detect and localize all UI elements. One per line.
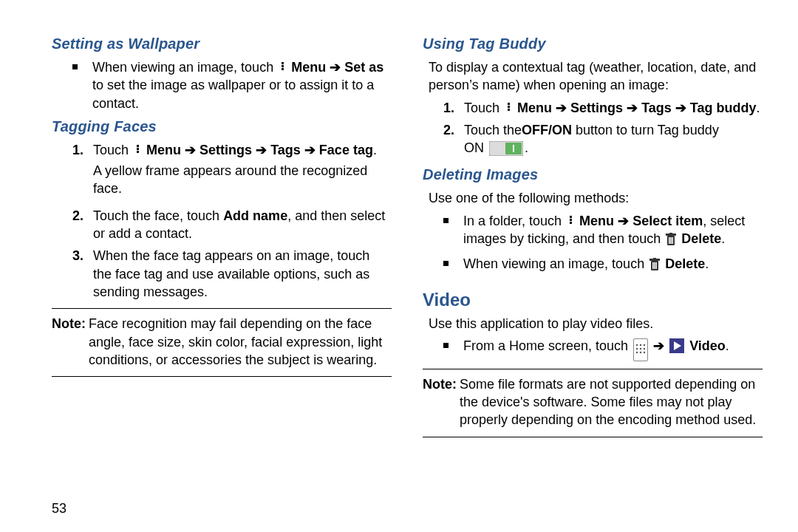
note-face-recognition: Note: Face recognition may fail dependin… [52, 315, 392, 369]
menu-label: Menu [517, 100, 552, 115]
menu-label: Menu [291, 60, 326, 75]
vertical-menu-icon [279, 61, 286, 73]
square-bullet-icon [443, 343, 449, 348]
svg-rect-12 [652, 262, 654, 269]
intro-text: To display a contextual tag (weather, lo… [429, 58, 763, 95]
separator [52, 308, 392, 309]
text: A yellow frame appears around the recogn… [93, 162, 392, 198]
subhead-tag-buddy: Using Tag Buddy [423, 34, 763, 54]
left-column: Setting as Wallpaper When viewing an ima… [52, 30, 392, 443]
settings-label: Settings [570, 100, 623, 115]
svg-point-21 [636, 352, 638, 353]
trash-icon [649, 258, 660, 276]
text: When viewing an image, touch [92, 60, 277, 75]
text: Touch [93, 143, 132, 157]
step-3: 3. When the face tag appears on an image… [72, 247, 392, 301]
text: . [721, 231, 725, 246]
arrow-icon: ➔ [618, 214, 632, 228]
arrow-icon: ➔ [256, 143, 270, 157]
delete-label: Delete [665, 256, 705, 271]
square-bullet-icon [443, 261, 449, 266]
step-text: When the face tag appears on an image, t… [93, 247, 392, 301]
svg-point-15 [636, 344, 638, 346]
face-tag-label: Face tag [319, 143, 373, 157]
separator [423, 369, 763, 369]
text: Touch [464, 100, 503, 115]
arrow-icon: ➔ [185, 143, 200, 157]
bullet-text: In a folder, touch Menu ➔ Select item, s… [463, 212, 763, 251]
svg-point-16 [640, 344, 641, 346]
bullet-text: When viewing an image, touch Delete. [463, 255, 709, 276]
step-1: 1. Touch Menu ➔ Settings ➔ Tags ➔ Face t… [72, 141, 392, 202]
note-body: Face recognition may fail depending on t… [89, 315, 392, 369]
apps-grid-icon [633, 338, 648, 361]
text: In a folder, touch [463, 214, 565, 228]
arrow-icon: ➔ [556, 100, 570, 115]
svg-rect-14 [656, 262, 658, 269]
svg-rect-8 [672, 237, 674, 244]
intro-text: Use one of the following methods: [429, 189, 763, 207]
bullet-video-launch: From a Home screen, touch ➔ Video. [443, 337, 763, 361]
step-text: Touch the face, touch Add name, and then… [93, 207, 392, 243]
tag-buddy-label: Tag buddy [690, 100, 757, 115]
svg-rect-2 [513, 145, 514, 152]
svg-point-22 [640, 352, 641, 353]
arrow-icon: ➔ [653, 338, 668, 353]
video-play-icon [669, 338, 684, 358]
note-label: Note: [423, 375, 457, 393]
step-text: Touch Menu ➔ Settings ➔ Tags ➔ Tag buddy… [464, 99, 760, 117]
svg-rect-5 [669, 233, 672, 234]
bullet-delete-viewing: When viewing an image, touch Delete. [443, 255, 763, 276]
svg-point-18 [636, 348, 638, 349]
vertical-menu-icon [134, 144, 141, 156]
right-column: Using Tag Buddy To display a contextual … [423, 30, 763, 443]
square-bullet-icon [443, 218, 449, 223]
toggle-on-icon [489, 141, 523, 160]
text: From a Home screen, touch [463, 338, 632, 353]
text: button to turn Tag buddy [572, 123, 719, 137]
tags-label: Tags [641, 100, 672, 115]
off-on-label: OFF/ON [522, 123, 572, 137]
step-number: 2. [443, 121, 460, 139]
text: . [525, 140, 528, 155]
separator [52, 376, 392, 377]
text: to set the image as wallpaper or to assi… [92, 78, 374, 110]
intro-text: Use this application to play video files… [429, 315, 763, 332]
add-name-label: Add name [223, 208, 287, 223]
arrow-icon: ➔ [304, 143, 319, 157]
arrow-icon: ➔ [627, 100, 641, 115]
separator [423, 437, 763, 437]
step-number: 2. [72, 207, 89, 225]
text: . [705, 256, 709, 271]
on-label: ON [464, 140, 488, 155]
step-text: Touch theOFF/ON button to turn Tag buddy… [464, 121, 719, 161]
vertical-menu-icon [567, 215, 574, 227]
step-number: 1. [443, 99, 460, 117]
delete-label: Delete [681, 231, 721, 246]
svg-point-17 [644, 344, 645, 346]
step-number: 3. [72, 247, 89, 265]
trash-icon [666, 233, 676, 250]
text: . [757, 100, 760, 115]
vertical-menu-icon [505, 102, 512, 114]
text: . [726, 338, 729, 353]
page-number: 53 [52, 499, 66, 517]
svg-point-19 [640, 348, 641, 349]
video-label: Video [689, 338, 726, 353]
subhead-tagging-faces: Tagging Faces [52, 117, 392, 137]
subhead-setting-wallpaper: Setting as Wallpaper [52, 34, 392, 54]
text: When viewing an image, touch [463, 256, 648, 271]
bullet-set-as: When viewing an image, touch Menu ➔ Set … [72, 58, 392, 112]
step-text: Touch Menu ➔ Settings ➔ Tags ➔ Face tag.… [93, 141, 392, 202]
step-number: 1. [72, 141, 89, 159]
svg-rect-11 [653, 258, 656, 259]
step-2: 2. Touch theOFF/ON button to turn Tag bu… [443, 121, 763, 161]
section-head-video: Video [423, 288, 763, 312]
arrow-icon: ➔ [675, 100, 690, 115]
select-item-label: Select item [632, 214, 703, 228]
text: Touch the face, touch [93, 208, 223, 223]
settings-label: Settings [200, 143, 252, 157]
step-2: 2. Touch the face, touch Add name, and t… [72, 207, 392, 243]
note-label: Note: [52, 315, 86, 332]
arrow-icon: ➔ [330, 60, 344, 75]
